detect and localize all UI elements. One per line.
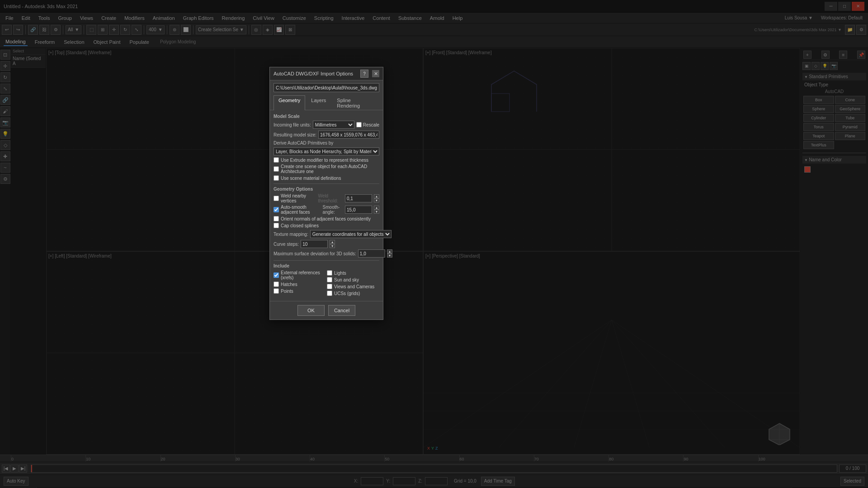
lights-row: Lights [327, 270, 379, 276]
extrude-checkbox[interactable] [274, 157, 279, 163]
cap-row: Cap closed splines [274, 223, 379, 228]
sun-sky-row: Sun and sky [327, 277, 379, 282]
points-row: Points [274, 288, 326, 294]
views-cameras-label: Views and Cameras [334, 284, 374, 289]
rescale-label: Rescale [363, 122, 379, 127]
smooth-spinner: ▲ ▼ [374, 206, 379, 214]
dialog-help-button[interactable]: ? [360, 70, 368, 78]
points-label: Points [281, 289, 293, 294]
resulting-size-input[interactable] [318, 131, 379, 139]
smooth-spinner-up[interactable]: ▲ [374, 206, 379, 210]
scene-material-row: Use scene material definitions [274, 175, 379, 181]
points-checkbox[interactable] [274, 288, 279, 294]
texture-mapping-label: Texture mapping: [274, 232, 308, 237]
scene-object-row: Create one scene object for each AutoCAD… [274, 164, 379, 174]
tab-spline-rendering[interactable]: Spline Rendering [332, 95, 378, 110]
derive-row: Derive AutoCAD Primitives by [274, 141, 379, 145]
smooth-angle-input[interactable] [345, 206, 372, 214]
xrefs-label: External references (xrefs) [281, 270, 326, 280]
weld-threshold-input[interactable] [345, 194, 372, 202]
texture-mapping-row: Texture mapping: Generate coordinates fo… [274, 230, 379, 238]
extrude-row: Use Extrude modifier to represent thickn… [274, 157, 379, 163]
weld-spinner: ▲ ▼ [374, 194, 379, 202]
lights-checkbox[interactable] [327, 270, 332, 276]
dialog-title-bar: AutoCAD DWG/DXF Import Options ? ✕ [270, 67, 383, 80]
file-path-input[interactable] [274, 83, 379, 92]
orient-label: Orient normals of adjacent faces consist… [281, 216, 371, 221]
max-surface-down[interactable]: ▼ [387, 253, 392, 258]
geometry-options-section: Geometry Options [274, 187, 379, 192]
curve-steps-label: Curve steps: [274, 242, 299, 247]
weld-checkbox[interactable] [274, 196, 279, 201]
extrude-label: Use Extrude modifier to represent thickn… [281, 158, 368, 163]
smooth-angle-label: Smooth-angle: [323, 205, 343, 215]
rescale-checkbox[interactable] [356, 122, 362, 127]
scene-material-checkbox[interactable] [274, 175, 279, 181]
dialog-title: AutoCAD DWG/DXF Import Options [274, 71, 353, 76]
include-divider [274, 260, 379, 261]
modal-overlay: AutoCAD DWG/DXF Import Options ? ✕ Geome… [0, 0, 868, 488]
scene-object-checkbox[interactable] [274, 166, 279, 172]
tab-geometry[interactable]: Geometry [274, 95, 305, 110]
max-surface-up[interactable]: ▲ [387, 249, 392, 253]
sun-sky-checkbox[interactable] [327, 277, 332, 282]
lights-label: Lights [334, 271, 346, 276]
include-right: Lights Sun and sky Views and Cameras UCS… [327, 270, 379, 297]
geo-options-divider [274, 183, 379, 184]
weld-spinner-down[interactable]: ▼ [374, 198, 379, 202]
derive-select[interactable]: Layer, Blocks as Node Hierarchy, Split b… [274, 147, 379, 155]
incoming-units-select[interactable]: Millimetres Centimetres Meters Inches Fe… [313, 121, 354, 129]
cap-checkbox[interactable] [274, 223, 279, 228]
import-options-dialog: AutoCAD DWG/DXF Import Options ? ✕ Geome… [269, 67, 383, 320]
sun-sky-label: Sun and sky [334, 277, 359, 282]
ucss-label: UCSs (grids) [334, 291, 360, 296]
dialog-footer: OK Cancel [270, 301, 383, 319]
file-path-row [270, 80, 383, 95]
texture-mapping-select[interactable]: Generate coordinates for all objects No … [310, 230, 392, 238]
resulting-size-row: Resulting model size: [274, 131, 379, 139]
hatches-checkbox[interactable] [274, 282, 279, 287]
weld-label: Weld nearby vertices [281, 193, 315, 203]
curve-steps-spinner: ▲ ▼ [330, 240, 335, 248]
curve-steps-input[interactable] [301, 240, 328, 248]
cancel-button[interactable]: Cancel [328, 305, 355, 316]
autosmooth-checkbox[interactable] [274, 207, 279, 212]
xrefs-checkbox[interactable] [274, 272, 279, 278]
scene-material-label: Use scene material definitions [281, 176, 341, 181]
curve-steps-down[interactable]: ▼ [330, 244, 335, 248]
hatches-row: Hatches [274, 282, 326, 287]
smooth-spinner-down[interactable]: ▼ [374, 210, 379, 214]
weld-threshold-label: Weld threshold: [318, 193, 343, 203]
derive-label: Derive AutoCAD Primitives by [274, 141, 333, 145]
cap-label: Cap closed splines [281, 223, 319, 228]
max-surface-input[interactable] [358, 249, 385, 258]
include-left: External references (xrefs) Hatches Poin… [274, 270, 326, 297]
max-surface-spinner: ▲ ▼ [387, 249, 392, 258]
ucss-checkbox[interactable] [327, 291, 332, 296]
curve-steps-up[interactable]: ▲ [330, 240, 335, 244]
scene-object-label: Create one scene object for each AutoCAD… [281, 164, 379, 174]
include-section: Include [274, 263, 379, 268]
resulting-size-label: Resulting model size: [274, 132, 316, 137]
ucss-row: UCSs (grids) [327, 291, 379, 296]
views-cameras-checkbox[interactable] [327, 284, 332, 289]
autosmooth-label: Auto-smooth adjacent faces [281, 205, 320, 215]
max-surface-label: Maximum surface deviation for 3D solids: [274, 251, 356, 256]
incoming-units-row: Incoming file units: Millimetres Centime… [274, 121, 379, 129]
orient-checkbox[interactable] [274, 216, 279, 221]
orient-row: Orient normals of adjacent faces consist… [274, 216, 379, 221]
views-cameras-row: Views and Cameras [327, 284, 379, 289]
weld-spinner-up[interactable]: ▲ [374, 194, 379, 198]
dialog-tabs: Geometry Layers Spline Rendering [270, 95, 383, 110]
ok-button[interactable]: OK [297, 305, 325, 316]
include-grid: External references (xrefs) Hatches Poin… [274, 270, 379, 297]
dialog-close-button[interactable]: ✕ [372, 70, 379, 77]
xrefs-row: External references (xrefs) [274, 270, 326, 280]
incoming-units-label: Incoming file units: [274, 122, 311, 127]
dialog-content: Model Scale Incoming file units: Millime… [270, 110, 383, 301]
derive-dropdown-row: Layer, Blocks as Node Hierarchy, Split b… [274, 147, 379, 155]
model-scale-section: Model Scale [274, 114, 379, 119]
tab-layers[interactable]: Layers [306, 95, 331, 110]
hatches-label: Hatches [281, 282, 297, 287]
